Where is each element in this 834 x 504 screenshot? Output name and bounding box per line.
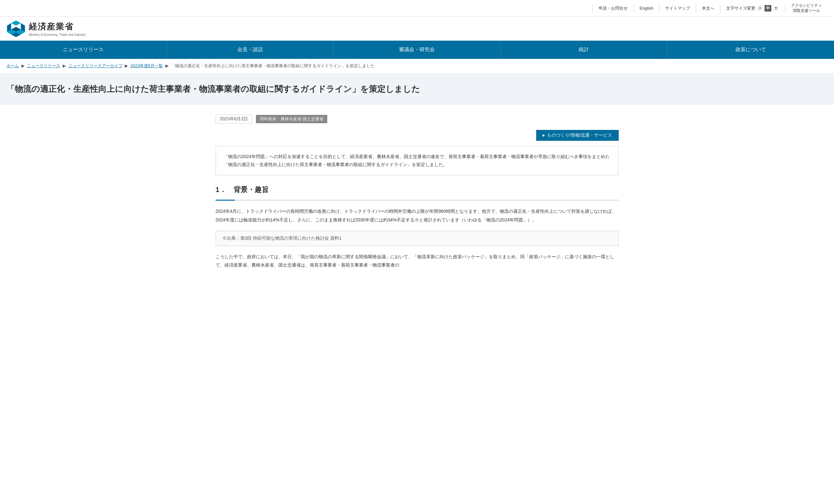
main-navigation: ニュースリリース 会見・談話 審議会・研究会 統計 政策について <box>0 41 834 59</box>
font-size-control: 文字サイズ変更 小 中 大 <box>720 4 785 13</box>
sitemap-link[interactable]: サイトマップ <box>659 4 696 13</box>
nav-news[interactable]: ニュースリリース <box>0 41 167 59</box>
breadcrumb-news[interactable]: ニュースリリース <box>27 63 60 68</box>
page-title: 「物流の適正化・生産性向上に向けた荷主事業者・物流事業者の取組に関するガイドライ… <box>6 83 422 95</box>
page-title-area: 「物流の適正化・生産性向上に向けた荷主事業者・物流事業者の取組に関するガイドライ… <box>0 73 834 105</box>
body-text-1: 2024年4月に、トラックドライバーの長時間労働の改善に向け、トラックドライバー… <box>216 207 619 224</box>
breadcrumb: ホーム ▶ ニュースリリース ▶ ニュースリリースアーカイブ ▶ 2023年度6… <box>0 59 834 73</box>
svg-marker-1 <box>11 21 21 26</box>
meta-row: 2023年6月2日 同時発表：農林水産省 国土交通省 <box>216 114 619 124</box>
logo-area[interactable]: 経済産業省 Ministry of Economy, Trade and Ind… <box>6 20 96 38</box>
category-tag[interactable]: ものづくり/情報/流通・サービス <box>536 130 619 141</box>
source-note-box: ※出典：第3回 持続可能な物流の実現に向けた検討会 資料1 <box>216 231 619 246</box>
site-header: 経済産業省 Ministry of Economy, Trade and Ind… <box>0 17 834 38</box>
breadcrumb-list[interactable]: 2023年度6月一覧 <box>131 63 163 68</box>
main-content: 2023年6月2日 同時発表：農林水産省 国土交通省 ものづくり/情報/流通・サ… <box>209 114 625 269</box>
logo-title: 経済産業省 <box>29 21 86 32</box>
font-small-button[interactable]: 小 <box>756 5 763 12</box>
breadcrumb-archive[interactable]: ニュースリリースアーカイブ <box>68 63 123 68</box>
section1-underline <box>216 200 619 201</box>
summary-text: 「物流の2024年問題」への対応を加速することを目的として、経済産業省、農林水産… <box>224 153 611 169</box>
top-utility-bar: 申請・お問合せ English サイトマップ 本文へ 文字サイズ変更 小 中 大… <box>0 0 834 17</box>
nav-statistics[interactable]: 統計 <box>501 41 668 59</box>
english-link[interactable]: English <box>634 4 659 12</box>
breadcrumb-home[interactable]: ホーム <box>6 63 19 68</box>
meti-logo-icon <box>6 20 26 38</box>
inquiry-link[interactable]: 申請・お問合せ <box>592 4 634 13</box>
body-text-2: こうした中で、政府においては、本日、「我が国の物流の革新に関する関係閣僚会議」に… <box>216 253 619 269</box>
logo-subtitle: Ministry of Economy, Trade and Industry <box>29 33 86 37</box>
section1-heading: 1． 背景・趣旨 <box>216 185 619 197</box>
nav-policy[interactable]: 政策について <box>667 41 834 59</box>
publish-date: 2023年6月2日 <box>216 114 253 124</box>
source-note-text: ※出典：第3回 持続可能な物流の実現に向けた検討会 資料1 <box>222 236 342 241</box>
accessibility-line1: アクセシビリティ <box>791 3 822 8</box>
category-tag-row: ものづくり/情報/流通・サービス <box>216 130 619 141</box>
logo-text: 経済産業省 Ministry of Economy, Trade and Ind… <box>29 21 86 37</box>
accessibility-line2: 閲覧支援ツール <box>791 8 822 14</box>
breadcrumb-current: 「物流の適正化・生産性向上に向けた荷主事業者・物流事業者の取組に関するガイドライ… <box>171 63 375 68</box>
maincontent-link[interactable]: 本文へ <box>696 4 720 13</box>
breadcrumb-separator-4: ▶ <box>166 63 169 68</box>
breadcrumb-separator-3: ▶ <box>125 63 128 68</box>
font-large-button[interactable]: 大 <box>773 5 779 12</box>
accessibility-button[interactable]: アクセシビリティ 閲覧支援ツール <box>785 2 828 15</box>
breadcrumb-separator-2: ▶ <box>63 63 66 68</box>
summary-box: 「物流の2024年問題」への対応を加速することを目的として、経済産業省、農林水産… <box>216 146 619 175</box>
nav-press[interactable]: 会見・談話 <box>167 41 334 59</box>
nav-council[interactable]: 審議会・研究会 <box>334 41 501 59</box>
font-medium-button[interactable]: 中 <box>765 5 771 12</box>
joint-announcement-badge[interactable]: 同時発表：農林水産省 国土交通省 <box>256 115 327 123</box>
breadcrumb-separator-1: ▶ <box>21 63 25 68</box>
font-size-label: 文字サイズ変更 <box>726 5 755 11</box>
